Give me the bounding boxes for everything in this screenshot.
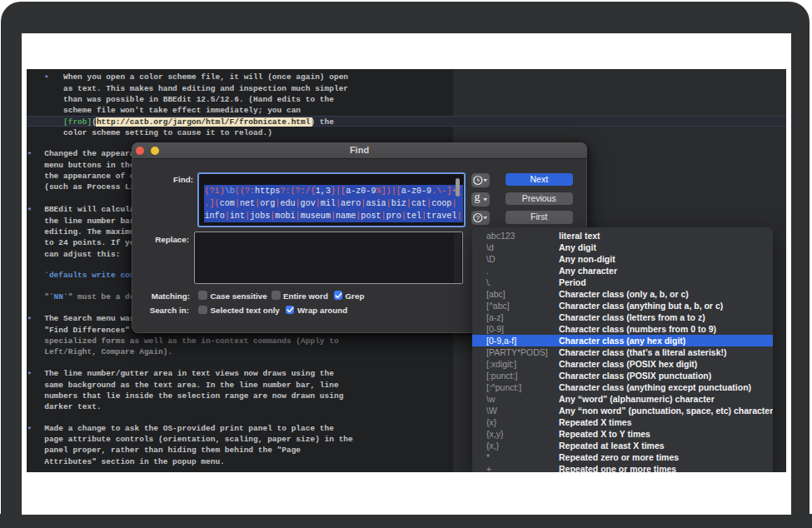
svg-text:?: ? [476,214,481,222]
